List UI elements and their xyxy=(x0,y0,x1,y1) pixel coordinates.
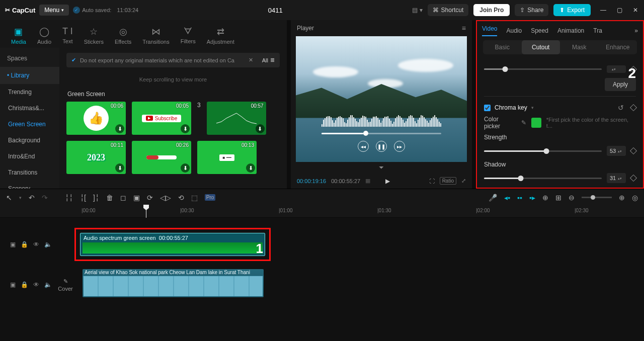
split-icon[interactable]: ╎╎ xyxy=(65,194,73,202)
color-swatch[interactable] xyxy=(531,118,541,128)
shortcut-button[interactable]: ⌘Shortcut xyxy=(428,4,469,16)
layout-icon[interactable]: ▤ ▾ xyxy=(412,7,422,14)
tab-transitions[interactable]: ⋈Transitions xyxy=(137,23,174,48)
link-icon[interactable]: ⊕ xyxy=(542,194,548,202)
media-thumb[interactable]: ■ ━━ 00:13 ⬇ xyxy=(197,141,257,174)
track-lock-icon[interactable]: 🔒 xyxy=(21,281,28,288)
redo-icon[interactable]: ↷ xyxy=(42,194,48,202)
keyframe-icon[interactable] xyxy=(630,104,637,111)
filter-all-button[interactable]: All ≣ xyxy=(262,57,275,63)
tab-stickers[interactable]: ☆Stickers xyxy=(79,23,109,48)
play-button[interactable]: ▶ xyxy=(385,178,390,185)
mirror-icon[interactable]: ◁▷ xyxy=(160,194,171,202)
expand-icon[interactable]: ⤢ xyxy=(461,178,466,184)
spinner-icon[interactable]: ▴▾ xyxy=(612,67,616,71)
split-left-icon[interactable]: ╎[ xyxy=(80,194,86,202)
sidebar-item-christmas[interactable]: Christmas&... xyxy=(0,100,59,116)
strength-slider[interactable] xyxy=(484,150,602,152)
download-icon[interactable]: ⬇ xyxy=(246,163,255,173)
track-mute-icon[interactable]: 🔈 xyxy=(44,281,52,288)
export-button[interactable]: ⬆Export xyxy=(553,4,591,16)
track-group-icon[interactable]: ▣ xyxy=(10,281,16,288)
spinner-icon[interactable]: ▴▾ xyxy=(618,177,622,180)
ratio-button[interactable]: Ratio xyxy=(440,177,456,185)
shadow-value[interactable]: 31▴▾ xyxy=(607,173,626,183)
track-lock-icon[interactable]: 🔒 xyxy=(21,241,28,248)
snap-icon[interactable]: ⊞ xyxy=(555,194,561,202)
magnet-right-icon[interactable]: ▪▸ xyxy=(529,194,535,202)
next-icon[interactable]: ▸▸ xyxy=(394,141,405,152)
shadow-slider[interactable] xyxy=(484,178,602,179)
sidebar-item-transitions[interactable]: Transitions xyxy=(0,164,59,181)
menu-button[interactable]: Menu xyxy=(39,5,69,16)
tab-adjustment[interactable]: ⇄Adjustment xyxy=(202,23,239,48)
share-button[interactable]: ⇪Share xyxy=(515,4,548,16)
cutout-slider[interactable] xyxy=(484,68,602,70)
maximize-icon[interactable]: ▢ xyxy=(616,7,623,14)
zoom-out-icon[interactable]: ⊖ xyxy=(569,194,575,202)
download-icon[interactable]: ⬇ xyxy=(256,124,265,133)
play-pause-icon[interactable]: ❚❚ xyxy=(376,141,387,152)
cursor-tool-icon[interactable]: ↖ xyxy=(6,194,12,202)
reset-icon[interactable]: ↺ xyxy=(618,104,624,112)
delete-icon[interactable]: 🗑 xyxy=(106,194,113,202)
timeline-clip-main[interactable]: Aerial view of Khao Sok national park Ch… xyxy=(83,269,264,297)
subtab-cutout[interactable]: Cutout xyxy=(522,40,560,54)
notice-close-icon[interactable]: ✕ xyxy=(249,57,253,63)
reverse-icon[interactable]: ⟳ xyxy=(147,194,153,202)
prev-icon[interactable]: ◂◂ xyxy=(358,141,369,152)
sidebar-item-library[interactable]: • Library xyxy=(0,67,59,84)
sidebar-item-scenery[interactable]: Scenery xyxy=(0,181,59,189)
download-icon[interactable]: ⬇ xyxy=(181,163,190,173)
download-icon[interactable]: ⬇ xyxy=(115,163,124,173)
spinner-icon[interactable]: ▴▾ xyxy=(618,149,622,153)
magnet-icon[interactable]: ▪▪ xyxy=(517,194,522,202)
strength-value[interactable]: 53▴▾ xyxy=(607,146,626,156)
sidebar-item-trending[interactable]: Trending xyxy=(0,84,59,100)
tab-media[interactable]: ▣Media xyxy=(6,23,31,48)
undo-icon[interactable]: ↶ xyxy=(29,194,35,202)
tab-audio-props[interactable]: Audio xyxy=(506,27,522,34)
media-thumb[interactable]: 00:57 ⬇ xyxy=(207,102,266,135)
media-thumb[interactable]: Subscribe 00:05 ⬇ xyxy=(132,102,191,135)
tab-text[interactable]: T IText xyxy=(57,23,78,48)
keyframe-icon[interactable] xyxy=(630,147,637,154)
fullscreen-scan-icon[interactable]: ⛶ xyxy=(429,178,435,184)
track-visibility-icon[interactable]: 👁 xyxy=(33,241,39,248)
tab-audio[interactable]: ◯Audio xyxy=(32,23,56,48)
collapse-icon[interactable]: ⏷ xyxy=(291,162,472,173)
sidebar-item-introend[interactable]: Intro&End xyxy=(0,148,59,164)
magnet-left-icon[interactable]: ◂▪ xyxy=(504,194,510,202)
media-thumb[interactable]: 00:26 ⬇ xyxy=(132,141,191,174)
subtab-mask[interactable]: Mask xyxy=(560,40,599,54)
tab-video-props[interactable]: Video xyxy=(482,25,497,36)
split-right-icon[interactable]: ]╎ xyxy=(93,194,99,202)
track-mute-icon[interactable]: 🔈 xyxy=(44,241,52,248)
minimize-icon[interactable]: — xyxy=(600,7,607,14)
download-icon[interactable]: ⬇ xyxy=(181,124,190,133)
freeze-icon[interactable]: ▣ xyxy=(133,194,140,202)
cutout-value[interactable]: ▴▾ xyxy=(607,65,626,73)
join-pro-button[interactable]: Join Pro xyxy=(473,4,510,16)
download-icon[interactable]: ⬇ xyxy=(115,124,124,133)
marker-icon[interactable]: ◻ xyxy=(120,194,126,202)
player-settings-icon[interactable]: ≡ xyxy=(462,24,466,32)
subtab-basic[interactable]: Basic xyxy=(483,40,522,54)
video-preview[interactable]: ◂◂ ❚❚ ▸▸ xyxy=(296,36,467,162)
eyedropper-icon[interactable]: ✎ xyxy=(521,119,526,126)
preview-progress[interactable] xyxy=(321,133,441,134)
tab-filters[interactable]: ᗊFilters xyxy=(176,23,201,48)
sidebar-item-spaces[interactable]: Spaces xyxy=(0,50,59,67)
zoom-in-icon[interactable]: ⊕ xyxy=(619,194,625,202)
media-thumb[interactable]: 2023 00:11 ⬇ xyxy=(66,141,126,174)
timeline-ruler[interactable]: |00:00 |00:30 |01:00 |01:30 |02:00 |02:3… xyxy=(0,206,644,218)
media-thumb[interactable]: 👍 00:06 ⬇ xyxy=(66,102,126,135)
keyframe-icon[interactable] xyxy=(630,175,637,182)
track-group-icon[interactable]: ▣ xyxy=(10,241,16,248)
subtab-enhance[interactable]: Enhance xyxy=(599,40,637,54)
close-icon[interactable]: ✕ xyxy=(632,7,639,14)
mic-icon[interactable]: 🎤 xyxy=(489,194,497,202)
tab-speed-props[interactable]: Speed xyxy=(531,27,548,34)
timeline-clip-overlay[interactable]: Audio spectrum green screen 00:00:55:27 xyxy=(80,233,265,256)
rotate-icon[interactable]: ⟲ xyxy=(178,194,184,202)
